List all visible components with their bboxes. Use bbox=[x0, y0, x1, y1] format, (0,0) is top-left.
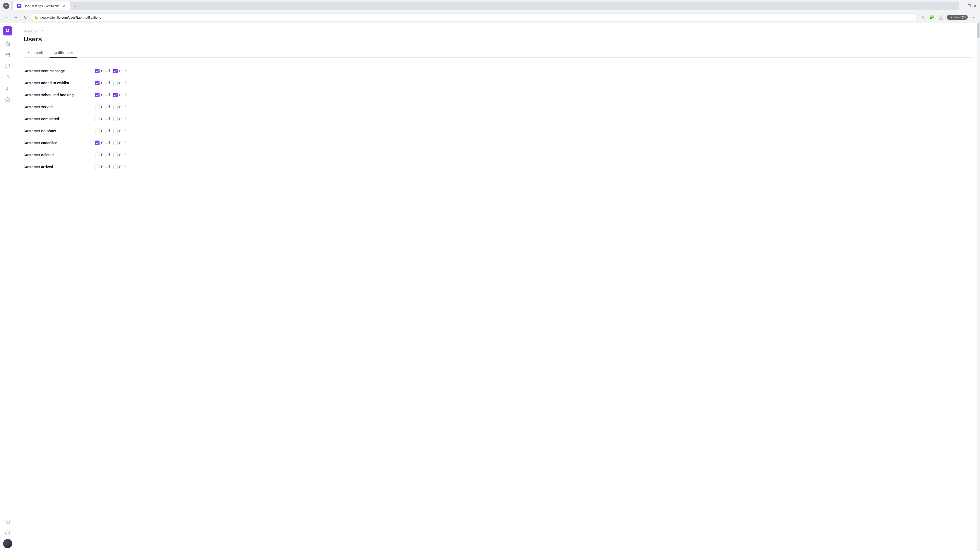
notification-channels-8: EmailPush * bbox=[95, 165, 130, 169]
email-checkbox-0[interactable] bbox=[95, 68, 100, 73]
email-checkbox-3[interactable] bbox=[95, 105, 100, 109]
push-checkbox-box-4 bbox=[113, 117, 118, 121]
back-button[interactable]: ← bbox=[3, 14, 10, 21]
email-checkbox-8[interactable] bbox=[95, 165, 100, 169]
push-label-6: Push * bbox=[119, 141, 130, 145]
push-label-8: Push * bbox=[119, 165, 130, 169]
email-checkbox-6[interactable] bbox=[95, 141, 100, 145]
tabs-bar: Your profile Notifications bbox=[24, 48, 972, 58]
email-checkbox-4[interactable] bbox=[95, 117, 100, 121]
sidebar-item-help[interactable] bbox=[3, 528, 13, 538]
maximize-button[interactable]: ❐ bbox=[967, 4, 971, 8]
push-checkbox-3[interactable] bbox=[113, 105, 118, 109]
svg-rect-0 bbox=[6, 53, 10, 57]
tab-bar: W User settings | Waitwhile ✕ + bbox=[11, 2, 959, 10]
sidebar: M bbox=[0, 23, 15, 551]
notification-channels-6: EmailPush * bbox=[95, 141, 130, 145]
email-checkbox-2[interactable] bbox=[95, 93, 100, 97]
sidebar-item-calendar[interactable] bbox=[3, 50, 13, 60]
notification-channels-7: EmailPush * bbox=[95, 152, 130, 157]
close-button[interactable]: ✕ bbox=[974, 4, 977, 8]
bookmark-button[interactable]: ☆ bbox=[919, 14, 926, 21]
reload-button[interactable]: ↻ bbox=[21, 14, 29, 21]
notification-channels-3: EmailPush * bbox=[95, 105, 130, 109]
scrollbar[interactable] bbox=[977, 23, 980, 551]
active-tab[interactable]: W User settings | Waitwhile ✕ bbox=[13, 2, 70, 10]
push-label-2: Push * bbox=[119, 93, 130, 97]
email-checkbox-5[interactable] bbox=[95, 129, 100, 133]
email-channel-0: Email bbox=[95, 68, 110, 73]
incognito-badge[interactable]: Incognito (2) bbox=[947, 15, 968, 20]
push-checkbox-6[interactable] bbox=[113, 141, 118, 145]
push-checkbox-box-7 bbox=[113, 152, 118, 157]
notification-label-4: Customer completed bbox=[24, 117, 95, 121]
tab-favicon: W bbox=[18, 4, 21, 8]
tab-close-button[interactable]: ✕ bbox=[62, 3, 66, 8]
sidebar-item-analytics[interactable] bbox=[3, 83, 13, 94]
forward-button[interactable]: → bbox=[12, 14, 19, 21]
notification-row: Customer no-showEmailPush * bbox=[24, 125, 972, 137]
split-button[interactable]: ⬜ bbox=[937, 14, 945, 21]
push-channel-4: Push * bbox=[113, 117, 130, 121]
new-tab-button[interactable]: + bbox=[72, 3, 79, 10]
notification-channels-5: EmailPush * bbox=[95, 129, 130, 133]
sidebar-item-users[interactable] bbox=[3, 72, 13, 83]
notification-channels-1: EmailPush * bbox=[95, 81, 130, 85]
push-checkbox-8[interactable] bbox=[113, 165, 118, 169]
email-checkbox-1[interactable] bbox=[95, 81, 100, 85]
sidebar-item-chat[interactable] bbox=[3, 61, 13, 71]
breadcrumb: Moodjoy7434 bbox=[24, 29, 972, 33]
sidebar-item-settings[interactable] bbox=[3, 95, 13, 105]
notification-row: Customer completedEmailPush * bbox=[24, 113, 972, 125]
push-checkbox-7[interactable] bbox=[113, 152, 118, 157]
push-channel-8: Push * bbox=[113, 165, 130, 169]
push-checkbox-5[interactable] bbox=[113, 129, 118, 133]
push-label-0: Push * bbox=[119, 69, 130, 73]
notification-channels-2: EmailPush * bbox=[95, 93, 130, 97]
notification-label-5: Customer no-show bbox=[24, 129, 95, 133]
notification-label-0: Customer sent message bbox=[24, 69, 95, 73]
user-avatar-bottom[interactable] bbox=[3, 539, 12, 548]
push-label-4: Push * bbox=[119, 117, 130, 121]
tab-notifications[interactable]: Notifications bbox=[49, 48, 77, 58]
svg-point-8 bbox=[7, 99, 8, 100]
push-checkbox-2[interactable] bbox=[113, 93, 118, 97]
email-checkbox-7[interactable] bbox=[95, 152, 100, 157]
push-checkbox-1[interactable] bbox=[113, 81, 118, 85]
email-channel-1: Email bbox=[95, 81, 110, 85]
push-channel-5: Push * bbox=[113, 129, 130, 133]
svg-point-4 bbox=[6, 76, 8, 77]
email-checkbox-box-2 bbox=[95, 93, 100, 97]
sidebar-item-home[interactable] bbox=[3, 38, 13, 49]
push-checkbox-box-1 bbox=[113, 81, 118, 85]
email-label-6: Email bbox=[101, 141, 110, 145]
notification-row: Customer added to waitlistEmailPush * bbox=[24, 77, 972, 89]
email-checkbox-box-8 bbox=[95, 165, 100, 169]
push-label-1: Push * bbox=[119, 81, 130, 85]
email-checkbox-box-4 bbox=[95, 117, 100, 121]
email-checkbox-box-0 bbox=[95, 68, 100, 73]
minimize-button[interactable]: ─ bbox=[961, 4, 965, 8]
browser-chrome: ▼ W User settings | Waitwhile ✕ + ─ ❐ ✕ … bbox=[0, 0, 980, 23]
tab-your-profile[interactable]: Your profile bbox=[24, 48, 49, 58]
push-checkbox-box-3 bbox=[113, 105, 118, 109]
address-bar[interactable]: 🔒 new.waitwhile.com/user?tab=notificatio… bbox=[30, 13, 917, 21]
extensions-button[interactable]: 🧩 bbox=[928, 14, 935, 21]
push-checkbox-0[interactable] bbox=[113, 68, 118, 73]
notification-label-1: Customer added to waitlist bbox=[24, 81, 95, 85]
tab-title: User settings | Waitwhile bbox=[24, 4, 60, 8]
notification-label-8: Customer arrived bbox=[24, 165, 95, 169]
sidebar-item-lightning[interactable] bbox=[3, 516, 13, 527]
sidebar-avatar[interactable]: M bbox=[3, 26, 12, 35]
notification-channels-4: EmailPush * bbox=[95, 117, 130, 121]
profile-switcher[interactable]: ▼ bbox=[3, 3, 9, 9]
push-channel-6: Push * bbox=[113, 141, 130, 145]
notification-label-3: Customer served bbox=[24, 105, 95, 109]
push-channel-7: Push * bbox=[113, 152, 130, 157]
email-checkbox-box-1 bbox=[95, 81, 100, 85]
menu-button[interactable]: ⋮ bbox=[970, 14, 977, 21]
email-channel-5: Email bbox=[95, 129, 110, 133]
push-channel-3: Push * bbox=[113, 105, 130, 109]
notification-row: Customer arrivedEmailPush * bbox=[24, 161, 972, 173]
push-checkbox-4[interactable] bbox=[113, 117, 118, 121]
